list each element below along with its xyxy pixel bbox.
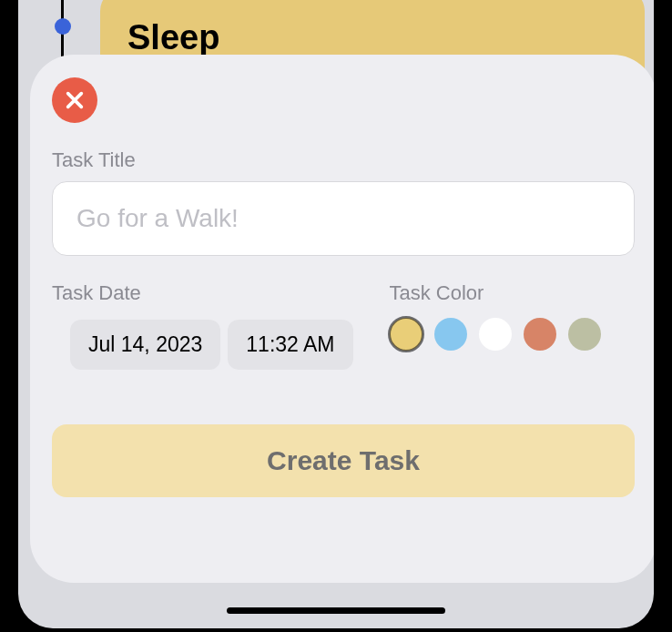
close-icon xyxy=(65,90,85,110)
timeline-dot xyxy=(55,18,71,35)
task-color-label: Task Color xyxy=(390,281,635,305)
time-picker-button[interactable]: 11:32 AM xyxy=(228,320,352,370)
close-button[interactable] xyxy=(52,77,97,123)
home-indicator[interactable] xyxy=(227,607,445,614)
task-color-section: Task Color xyxy=(390,281,635,370)
date-picker-button[interactable]: Jul 14, 2023 xyxy=(70,320,220,370)
color-swatch-white[interactable] xyxy=(479,318,512,351)
phone-frame: Sleep Task Title Task Date Jul 14, 2023 … xyxy=(9,0,663,632)
color-swatch-yellow[interactable] xyxy=(390,318,423,351)
background-task-title: Sleep xyxy=(127,18,219,57)
create-task-modal: Task Title Task Date Jul 14, 2023 11:32 … xyxy=(30,55,657,583)
task-date-section: Task Date Jul 14, 2023 11:32 AM xyxy=(52,281,353,370)
create-task-button[interactable]: Create Task xyxy=(52,424,635,497)
color-swatch-blue[interactable] xyxy=(434,318,467,351)
color-swatch-coral[interactable] xyxy=(524,318,556,351)
task-title-label: Task Title xyxy=(52,148,635,172)
task-title-input[interactable] xyxy=(52,181,635,256)
task-date-label: Task Date xyxy=(52,281,353,305)
color-swatch-olive[interactable] xyxy=(568,318,601,351)
